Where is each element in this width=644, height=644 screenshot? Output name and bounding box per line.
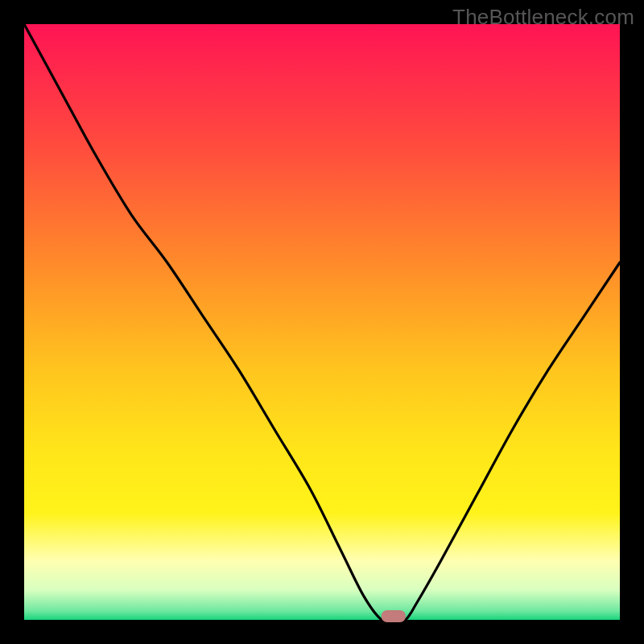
plot-gradient — [24, 24, 620, 620]
bottleneck-chart — [0, 0, 644, 644]
chart-frame: TheBottleneck.com — [0, 0, 644, 644]
optimal-marker — [382, 610, 406, 622]
watermark-text: TheBottleneck.com — [452, 5, 634, 30]
